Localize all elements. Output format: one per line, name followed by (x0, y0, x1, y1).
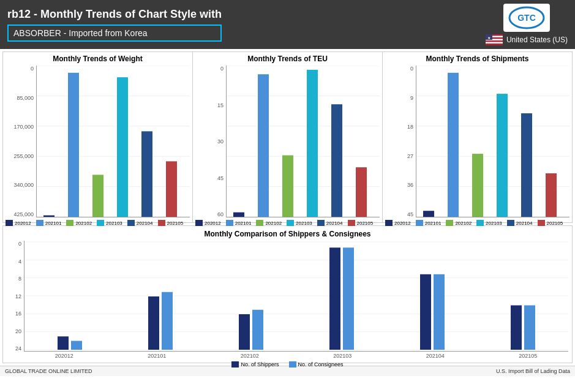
bottom-y-axis: 24 20 16 12 8 4 0 (7, 241, 24, 352)
subtitle-box: ABSORBER - Imported from Korea (7, 24, 222, 42)
legend-item: 202104 (507, 220, 533, 226)
svg-rect-31 (258, 74, 269, 217)
svg-rect-64 (434, 274, 445, 350)
teu-legend: 202012202101202102202103202104202105 (195, 220, 380, 226)
consignees-legend-item: No. of Consignees (289, 361, 344, 368)
consignees-legend-color (289, 361, 296, 368)
svg-rect-45 (497, 94, 508, 217)
svg-rect-8 (486, 42, 503, 44)
shipments-chart-title: Monthly Trends of Shipments (385, 55, 569, 63)
consignees-legend-label: No. of Consignees (298, 361, 344, 368)
shipments-legend: 202012202101202102202103202104202105 (385, 220, 569, 226)
shippers-legend-item: No. of Shippers (231, 361, 279, 368)
legend-item: 202102 (446, 220, 472, 226)
legend-item: 202105 (158, 220, 184, 226)
subtitle-text: ABSORBER - Imported from Korea (13, 28, 148, 38)
teu-chart-panel: Monthly Trends of TEU 60 45 30 15 0 2020… (193, 52, 383, 222)
x-label: 202104 (395, 353, 476, 359)
svg-rect-55 (58, 336, 69, 350)
legend-item: 202101 (226, 220, 252, 226)
logo-box: GTC (503, 4, 550, 32)
legend-item: 202105 (538, 220, 563, 226)
legend-item: 202103 (97, 220, 122, 226)
weight-chart-title: Monthly Trends of Weight (6, 55, 190, 63)
charts-top: Monthly Trends of Weight 425,000 340,000… (2, 51, 573, 223)
teu-bars-container (226, 66, 380, 217)
svg-rect-42 (423, 211, 434, 217)
svg-rect-18 (43, 216, 54, 217)
legend-item: 202101 (416, 220, 442, 226)
svg-rect-59 (239, 314, 250, 350)
svg-rect-65 (511, 306, 522, 350)
svg-rect-47 (546, 173, 557, 217)
svg-rect-44 (472, 154, 483, 217)
svg-rect-21 (117, 77, 128, 217)
svg-rect-58 (162, 292, 173, 350)
x-label: 202102 (209, 353, 290, 359)
svg-rect-35 (356, 167, 367, 217)
svg-rect-33 (307, 70, 318, 217)
shipments-chart-svg (416, 66, 569, 217)
bottom-chart: Monthly Comparison of Shippers & Consign… (2, 225, 573, 363)
svg-rect-32 (282, 156, 293, 217)
svg-text:GTC: GTC (517, 13, 536, 23)
x-label: 202105 (488, 353, 569, 359)
weight-y-axis: 425,000 340,000 255,000 170,000 85,000 0 (6, 66, 36, 217)
weight-bars-container (36, 66, 190, 217)
legend-item: 202012 (385, 220, 411, 226)
svg-rect-62 (343, 247, 354, 350)
shipments-bars-container (416, 66, 569, 217)
svg-rect-63 (420, 274, 431, 350)
svg-rect-46 (521, 113, 532, 217)
svg-rect-61 (329, 247, 340, 350)
country-info: ★ United States (US) (486, 34, 568, 45)
legend-item: 202102 (256, 220, 282, 226)
weight-chart-panel: Monthly Trends of Weight 425,000 340,000… (3, 52, 193, 222)
legend-item: 202103 (476, 220, 502, 226)
svg-rect-56 (71, 341, 82, 350)
bottom-legend: No. of Shippers No. of Consignees (7, 361, 568, 368)
svg-rect-34 (331, 104, 342, 217)
svg-rect-23 (166, 161, 177, 217)
legend-item: 202105 (348, 220, 374, 226)
logo-svg: GTC (508, 6, 545, 29)
svg-rect-19 (68, 73, 79, 217)
shippers-legend-color (231, 361, 239, 368)
svg-rect-43 (448, 73, 459, 217)
teu-chart-area: 60 45 30 15 0 (195, 66, 380, 217)
footer-left: GLOBAL TRADE ONLINE LIMITED (5, 368, 92, 374)
teu-y-axis: 60 45 30 15 0 (195, 66, 226, 217)
bottom-x-labels: 202012202101202102202103202104202105 (7, 353, 568, 359)
legend-item: 202103 (287, 220, 312, 226)
header: rb12 - Monthly Trends of Chart Style wit… (0, 0, 575, 49)
bottom-chart-svg (24, 241, 568, 351)
page-title: rb12 - Monthly Trends of Chart Style wit… (7, 8, 222, 21)
x-label: 202103 (303, 353, 383, 359)
legend-item: 202102 (66, 220, 92, 226)
teu-chart-title: Monthly Trends of TEU (195, 55, 380, 63)
header-right: GTC ★ United States (US) (486, 4, 568, 45)
legend-item: 202012 (6, 220, 31, 226)
shipments-chart-panel: Monthly Trends of Shipments 45 36 27 18 … (383, 52, 572, 222)
legend-item: 202012 (195, 220, 221, 226)
svg-rect-57 (148, 296, 159, 350)
weight-chart-area: 425,000 340,000 255,000 170,000 85,000 0 (6, 66, 190, 217)
legend-item: 202104 (317, 220, 343, 226)
svg-rect-22 (141, 131, 152, 217)
svg-rect-7 (486, 40, 503, 42)
weight-legend: 202012202101202102202103202104202105 (6, 220, 190, 226)
bottom-chart-title: Monthly Comparison of Shippers & Consign… (7, 230, 568, 238)
svg-rect-60 (252, 310, 263, 350)
svg-text:★: ★ (487, 36, 490, 40)
legend-item: 202101 (36, 220, 62, 226)
weight-chart-svg (37, 66, 190, 217)
bottom-bars-wrapper (24, 241, 568, 352)
x-label: 202012 (24, 353, 105, 359)
x-label: 202101 (117, 353, 198, 359)
shipments-chart-area: 45 36 27 18 9 0 (385, 66, 569, 217)
svg-rect-30 (233, 213, 244, 217)
country-label: United States (US) (506, 36, 568, 44)
shippers-legend-label: No. of Shippers (241, 361, 279, 368)
legend-item: 202104 (127, 220, 153, 226)
shipments-y-axis: 45 36 27 18 9 0 (385, 66, 416, 217)
